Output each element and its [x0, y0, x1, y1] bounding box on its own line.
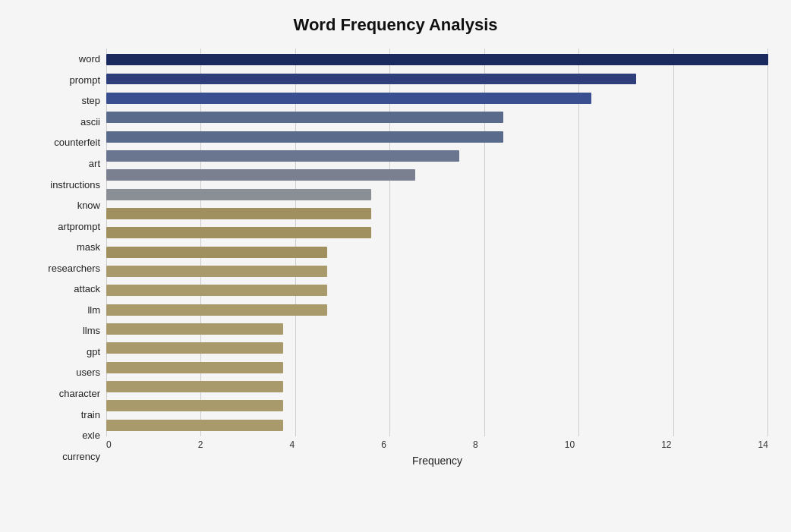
bar-row [106, 165, 768, 184]
x-tick: 2 [198, 439, 203, 450]
bar-users [106, 342, 283, 354]
bar-artprompt [106, 208, 371, 219]
x-tick: 12 [661, 439, 671, 450]
bar-llm [106, 285, 327, 296]
x-axis-label: Frequency [106, 455, 768, 467]
chart-area: wordpromptstepasciicounterfeitartinstruc… [23, 49, 768, 467]
bar-row [106, 127, 768, 146]
bar-row [106, 50, 768, 69]
y-axis-labels: wordpromptstepasciicounterfeitartinstruc… [23, 49, 106, 467]
y-label-train: train [81, 410, 100, 420]
bar-row [106, 69, 768, 88]
bar-researchers [106, 247, 327, 258]
grid-and-bars [106, 49, 768, 436]
bars-wrapper [106, 49, 768, 436]
y-label-exle: exle [82, 430, 100, 440]
y-label-counterfeit: counterfeit [54, 137, 100, 147]
bar-row [106, 358, 768, 377]
y-label-art: art [89, 159, 100, 168]
x-tick: 6 [381, 439, 386, 450]
bar-row [106, 108, 768, 127]
bar-row [106, 300, 768, 319]
bar-mask [106, 227, 371, 238]
x-tick: 8 [473, 439, 478, 450]
x-tick: 0 [106, 439, 112, 450]
x-tick: 14 [758, 439, 768, 450]
y-label-users: users [76, 367, 100, 377]
y-label-instructions: instructions [50, 180, 100, 190]
bar-row [106, 89, 768, 108]
bar-attack [106, 266, 327, 277]
chart-title: Word Frequency Analysis [23, 15, 768, 35]
bar-row [106, 416, 768, 435]
y-label-prompt: prompt [70, 75, 100, 85]
y-label-llm: llm [87, 305, 100, 315]
bar-llms [106, 304, 327, 316]
y-label-researchers: researchers [48, 263, 100, 273]
bar-instructions [106, 169, 415, 181]
bar-prompt [106, 74, 636, 85]
bar-character [106, 362, 283, 373]
bar-gpt [106, 323, 283, 335]
bar-exle [106, 400, 283, 411]
x-tick: 10 [565, 439, 575, 450]
bar-step [106, 93, 591, 104]
bar-row [106, 396, 768, 415]
y-label-gpt: gpt [87, 347, 100, 357]
y-label-step: step [81, 96, 100, 105]
bar-row [106, 320, 768, 338]
bar-ascii [106, 112, 503, 123]
bar-row [106, 377, 768, 396]
bar-row [106, 223, 768, 242]
bar-row [106, 281, 768, 300]
bar-row [106, 338, 768, 357]
y-label-currency: currency [62, 452, 100, 461]
y-label-word: word [79, 54, 100, 64]
chart-container: Word Frequency Analysis wordpromptstepas… [0, 0, 791, 532]
y-label-know: know [77, 200, 100, 210]
bar-row [106, 242, 768, 261]
y-label-character: character [59, 389, 100, 398]
y-label-mask: mask [77, 242, 100, 252]
bar-train [106, 381, 283, 392]
y-label-llms: llms [83, 326, 100, 335]
bar-word [106, 54, 768, 65]
bar-art [106, 150, 459, 162]
y-label-artprompt: artprompt [58, 222, 100, 231]
bars-and-grid: 02468101214 Frequency [106, 49, 768, 467]
bar-row [106, 184, 768, 203]
y-label-attack: attack [74, 284, 100, 294]
bar-know [106, 189, 371, 200]
bar-currency [106, 420, 283, 431]
bar-row [106, 146, 768, 165]
x-tick: 4 [290, 439, 295, 450]
x-axis: 02468101214 [106, 436, 768, 450]
bar-row [106, 204, 768, 223]
y-label-ascii: ascii [80, 117, 100, 127]
bar-counterfeit [106, 131, 503, 143]
bar-row [106, 262, 768, 281]
